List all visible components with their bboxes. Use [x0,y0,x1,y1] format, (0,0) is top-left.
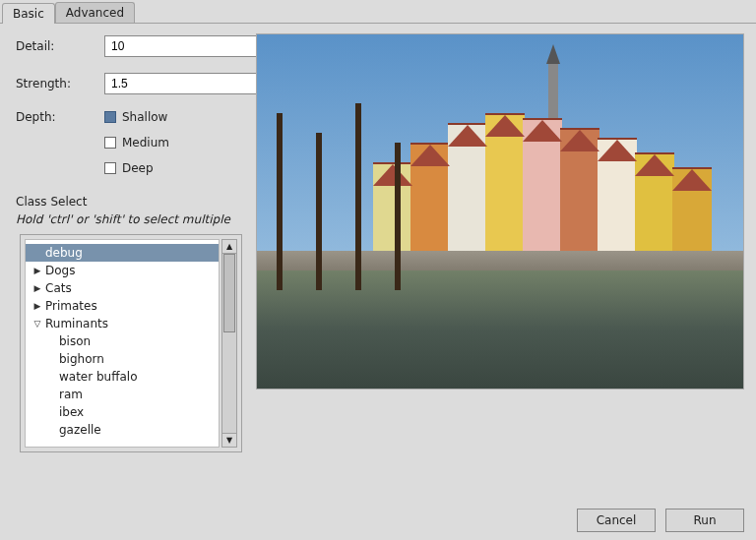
tree-label: debug [43,246,83,260]
tree-label: ram [57,388,83,401]
depth-option-medium[interactable]: Medium [104,136,169,150]
class-select-hint: Hold 'ctrl' or 'shift' to select multipl… [16,212,242,226]
run-button[interactable]: Run [665,509,744,532]
tree-label: gazelle [57,423,101,437]
tree-expand-icon[interactable]: ▶ [32,283,43,293]
scroll-up-icon[interactable]: ▲ [222,240,236,254]
detail-spinner: ▲ ▼ [104,35,222,57]
tree-item-bison[interactable]: bison [51,332,219,350]
tree-children-ruminants: bison bighorn water buffalo ram ibex gaz… [26,332,219,439]
tree-label: water buffalo [57,370,138,384]
tree-item-water-buffalo[interactable]: water buffalo [51,368,219,386]
tree-label: bison [57,334,91,348]
strength-input[interactable] [104,73,265,94]
tree-label: Dogs [43,264,75,277]
tree-item-debug[interactable]: debug [26,244,219,262]
tree-item-dogs[interactable]: ▶ Dogs [26,262,219,279]
class-tree[interactable]: debug ▶ Dogs ▶ Cats ▶ Primates ▽ Ruminan… [25,239,220,448]
depth-option-deep[interactable]: Deep [104,161,169,175]
strength-label: Strength: [16,77,104,90]
depth-label: Depth: [16,110,104,124]
cancel-button[interactable]: Cancel [577,509,656,532]
scroll-down-icon[interactable]: ▼ [222,433,236,447]
tree-expand-icon[interactable]: ▶ [32,266,43,275]
tree-label: Primates [43,299,97,313]
dialog-footer: Cancel Run [577,509,744,532]
tree-item-gazelle[interactable]: gazelle [51,421,219,439]
preview-image [256,33,744,390]
tree-item-primates[interactable]: ▶ Primates [26,297,219,315]
tree-expand-icon[interactable]: ▶ [32,301,43,311]
strength-row: Strength: ▲ ▼ [16,73,242,94]
tree-label: Cats [43,281,72,295]
depth-deep-label: Deep [122,161,154,175]
tree-scrollbar[interactable]: ▲ ▼ [221,239,237,448]
tree-label: Ruminants [43,317,108,330]
depth-row: Depth: Shallow Medium Deep [16,110,242,175]
detail-input[interactable] [104,35,265,57]
scroll-track[interactable] [222,254,236,433]
preview-pane [252,24,756,519]
class-tree-container: debug ▶ Dogs ▶ Cats ▶ Primates ▽ Ruminan… [20,234,242,452]
depth-shallow-label: Shallow [122,110,167,124]
tree-item-ruminants[interactable]: ▽ Ruminants [26,315,219,332]
detail-row: Detail: ▲ ▼ [16,35,242,57]
tree-label: bighorn [57,352,104,366]
checkbox-icon [104,137,116,149]
tree-collapse-icon[interactable]: ▽ [32,319,43,329]
class-select-title: Class Select [16,195,242,209]
tree-label: ibex [57,405,84,419]
tab-basic[interactable]: Basic [2,3,55,24]
scroll-thumb[interactable] [223,254,235,332]
strength-spinner: ▲ ▼ [104,73,222,94]
tree-item-cats[interactable]: ▶ Cats [26,279,219,297]
tree-item-ibex[interactable]: ibex [51,403,219,421]
controls-pane: Detail: ▲ ▼ Strength: ▲ ▼ Depth: [0,24,252,519]
tab-bar: Basic Advanced [0,0,756,23]
tab-panel-basic: Detail: ▲ ▼ Strength: ▲ ▼ Depth: [0,23,756,519]
depth-medium-label: Medium [122,136,169,150]
depth-option-shallow[interactable]: Shallow [104,110,169,124]
checkbox-icon [104,111,116,123]
tree-item-bighorn[interactable]: bighorn [51,350,219,368]
tab-advanced[interactable]: Advanced [55,2,135,23]
detail-label: Detail: [16,39,104,53]
checkbox-icon [104,162,116,174]
tree-item-ram[interactable]: ram [51,386,219,403]
